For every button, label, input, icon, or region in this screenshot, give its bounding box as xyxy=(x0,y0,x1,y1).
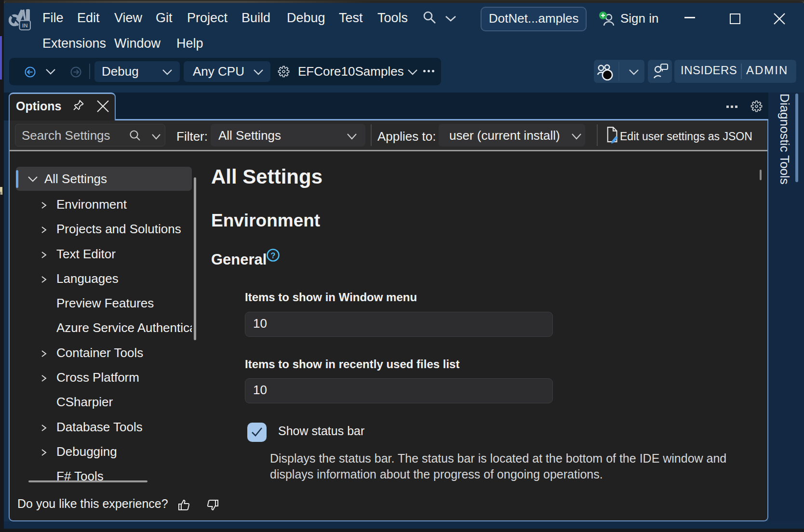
svg-text:?: ? xyxy=(270,251,275,260)
svg-text:IN: IN xyxy=(22,23,28,28)
